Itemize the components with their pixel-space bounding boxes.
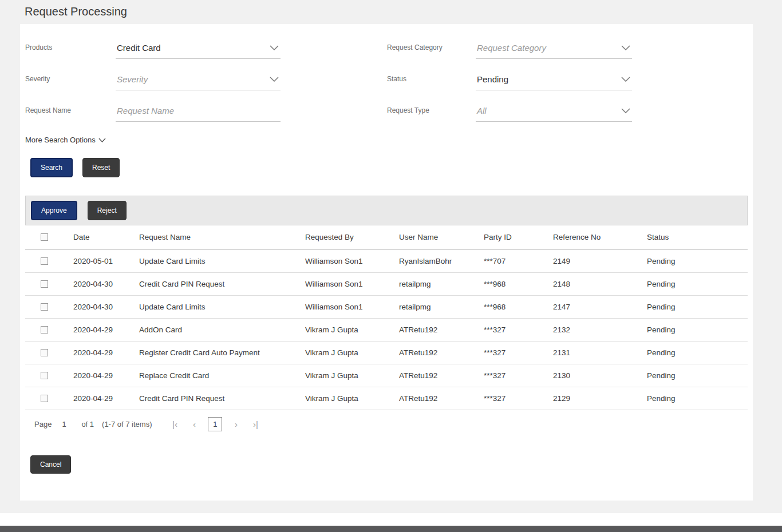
more-search-options-label: More Search Options [25,136,96,144]
chevron-down-icon [621,45,630,50]
more-search-options-link[interactable]: More Search Options [25,136,106,144]
cell-user-name: RyanIslamBohr [399,249,484,272]
last-page-icon[interactable]: ›| [250,419,261,429]
row-checkbox[interactable] [41,349,48,356]
request-name-field[interactable] [116,105,281,122]
select-all-checkbox[interactable] [41,233,48,241]
page-of-label: of 1 [81,420,94,428]
severity-select[interactable]: Severity [116,74,281,90]
cell-status: Pending [647,341,748,364]
cell-request-name: AddOn Card [139,318,305,341]
next-page-icon[interactable]: › [230,419,242,429]
cell-status: Pending [647,318,748,341]
chevron-down-icon [270,77,279,82]
request-type-select[interactable]: All [476,105,632,122]
table-row: 2020-05-01 Update Card Limits Williamson… [25,249,748,272]
cell-party-id: ***327 [484,341,553,364]
row-checkbox[interactable] [41,326,48,334]
footer-bar [0,526,782,532]
status-select[interactable]: Pending [476,74,632,90]
status-label: Status [387,75,476,90]
cell-party-id: ***327 [484,364,553,387]
row-checkbox[interactable] [41,280,48,288]
row-checkbox[interactable] [41,395,48,402]
cell-reference-no: 2149 [553,249,647,272]
cell-party-id: ***707 [484,249,553,272]
page-label: Page [34,420,52,428]
col-user-name: User Name [399,225,484,249]
cell-requested-by: Vikram J Gupta [305,318,399,341]
cell-requested-by: Vikram J Gupta [305,364,399,387]
actions-toolbar: Approve Reject [25,196,748,225]
cell-party-id: ***968 [484,272,553,295]
search-button[interactable]: Search [30,158,73,177]
items-count-label: (1-7 of 7 items) [102,420,152,428]
requests-table: Date Request Name Requested By User Name… [25,225,748,410]
first-page-icon[interactable]: |‹ [169,419,180,429]
pagination-nav: |‹ ‹ 1 › ›| [169,417,261,431]
table-row: 2020-04-29 Replace Credit Card Vikram J … [25,364,748,387]
severity-placeholder: Severity [117,74,148,84]
cell-requested-by: Williamson Son1 [305,295,399,318]
table-row: 2020-04-29 AddOn Card Vikram J Gupta ATR… [25,318,748,341]
cell-status: Pending [647,387,748,410]
table-row: 2020-04-30 Update Card Limits Williamson… [25,295,748,318]
prev-page-icon[interactable]: ‹ [188,419,200,429]
cell-party-id: ***968 [484,295,553,318]
cell-user-name: retailpmg [399,272,484,295]
row-checkbox[interactable] [41,372,48,379]
products-label: Products [25,43,116,59]
cell-request-name: Replace Credit Card [139,364,305,387]
col-request-name: Request Name [139,225,305,249]
col-party-id: Party ID [484,225,553,249]
cell-reference-no: 2147 [553,295,647,318]
table-row: 2020-04-29 Credit Card PIN Request Vikra… [25,387,748,410]
row-checkbox[interactable] [41,257,48,265]
search-filter-form: Products Credit Card Request Category Re… [25,24,748,122]
cell-user-name: retailpmg [399,295,484,318]
cell-date: 2020-04-29 [73,341,139,364]
request-processing-card: Products Credit Card Request Category Re… [20,24,753,501]
request-category-placeholder: Request Category [477,43,546,53]
cell-date: 2020-04-30 [73,272,139,295]
col-reference-no: Reference No [553,225,647,249]
cell-date: 2020-04-30 [73,295,139,318]
cancel-button[interactable]: Cancel [30,455,71,474]
cell-user-name: ATRetu192 [399,318,484,341]
cell-user-name: ATRetu192 [399,387,484,410]
approve-button[interactable]: Approve [31,201,77,220]
cell-reference-no: 2131 [553,341,647,364]
cell-request-name: Register Credit Card Auto Payment [139,341,305,364]
cell-requested-by: Williamson Son1 [305,249,399,272]
cell-reference-no: 2130 [553,364,647,387]
cell-date: 2020-04-29 [73,387,139,410]
table-header-row: Date Request Name Requested By User Name… [25,225,748,249]
reject-button[interactable]: Reject [88,201,127,220]
col-date: Date [73,225,139,249]
reset-button[interactable]: Reset [82,158,120,177]
col-status: Status [647,225,748,249]
cell-request-name: Update Card Limits [139,295,305,318]
chevron-down-icon [98,136,106,144]
cell-status: Pending [647,295,748,318]
request-category-label: Request Category [387,43,476,59]
row-checkbox[interactable] [41,303,48,311]
request-name-input[interactable] [117,106,279,116]
chevron-down-icon [621,108,630,113]
cell-party-id: ***327 [484,318,553,341]
cell-party-id: ***327 [484,387,553,410]
cell-requested-by: Williamson Son1 [305,272,399,295]
cell-reference-no: 2129 [553,387,647,410]
table-row: 2020-04-30 Credit Card PIN Request Willi… [25,272,748,295]
products-select[interactable]: Credit Card [116,42,281,59]
current-page-button[interactable]: 1 [208,417,222,431]
cell-request-name: Credit Card PIN Request [139,387,305,410]
request-category-select[interactable]: Request Category [476,42,632,59]
request-name-label: Request Name [25,106,116,122]
page-title: Request Processing [25,5,127,18]
page-number-input[interactable] [62,420,81,428]
cell-request-name: Credit Card PIN Request [139,272,305,295]
table-row: 2020-04-29 Register Credit Card Auto Pay… [25,341,748,364]
cell-requested-by: Vikram J Gupta [305,387,399,410]
cell-date: 2020-04-29 [73,364,139,387]
